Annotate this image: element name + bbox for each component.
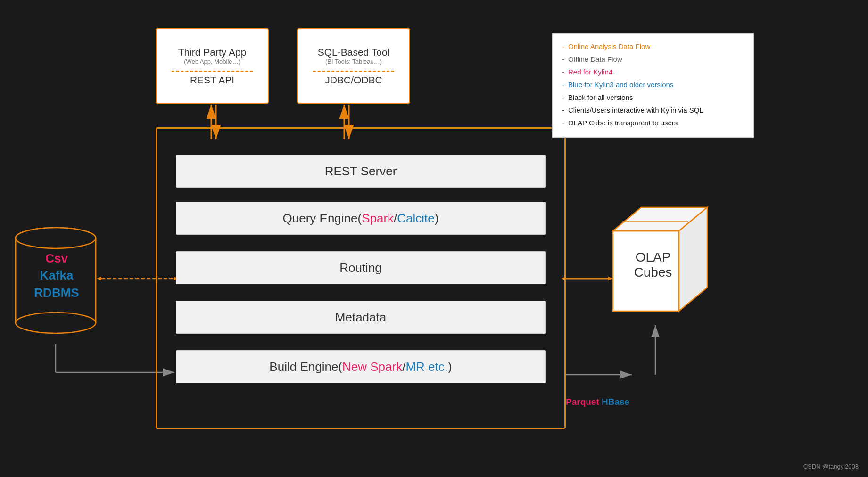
third-party-api: REST API <box>190 74 234 86</box>
new-spark-label: New Spark <box>342 360 402 374</box>
sql-tool-subtitle: (BI Tools: Tableau…) <box>325 58 382 65</box>
sql-tool-box: SQL-Based Tool (BI Tools: Tableau…) JDBC… <box>297 28 410 104</box>
storage-labels: Parquet HBase <box>566 397 629 407</box>
metadata-box: Metadata <box>176 301 546 334</box>
legend-box: - Online Analysis Data Flow - Offline Da… <box>552 33 754 138</box>
build-engine-label: Build Engine(New Spark/MR etc.) <box>269 360 452 374</box>
metadata-label: Metadata <box>335 310 386 325</box>
query-engine-label: Query Engine(Spark/Calcite) <box>283 211 439 226</box>
rdbms-label: RDBMS <box>26 284 87 301</box>
routing-box: Routing <box>176 251 546 284</box>
kafka-label: Kafka <box>26 267 87 284</box>
data-sources-container: Csv Kafka RDBMS <box>26 250 87 301</box>
parquet-label: Parquet <box>566 397 599 407</box>
legend-clients: - Clients/Users interactive with Kylin v… <box>562 106 744 114</box>
svg-marker-18 <box>608 277 613 280</box>
query-engine-box: Query Engine(Spark/Calcite) <box>176 202 546 235</box>
kylin-main-box: REST Server Query Engine(Spark/Calcite) … <box>156 127 566 429</box>
legend-black-all: - Black for all versions <box>562 93 744 101</box>
rest-server-box: REST Server <box>176 155 546 188</box>
watermark: CSDN @tangyi2008 <box>803 463 859 470</box>
svg-marker-33 <box>613 207 707 231</box>
svg-point-26 <box>16 228 96 248</box>
rest-server-label: REST Server <box>325 164 397 179</box>
svg-point-28 <box>16 313 96 333</box>
svg-point-29 <box>16 228 96 248</box>
third-party-app-box: Third Party App (Web App, Mobile…) REST … <box>156 28 269 104</box>
sql-tool-api: JDBC/ODBC <box>325 74 382 86</box>
svg-marker-20 <box>97 277 101 280</box>
mr-label: MR etc. <box>405 360 448 374</box>
olap-subtitle: Cubes <box>625 265 681 280</box>
olap-title: OLAP <box>625 250 681 265</box>
spark-label: Spark <box>362 211 394 225</box>
svg-marker-34 <box>679 207 707 311</box>
hbase-label: HBase <box>602 397 629 407</box>
legend-online-flow: - Online Analysis Data Flow <box>562 42 744 50</box>
routing-label: Routing <box>339 261 382 275</box>
legend-olap-transparent: - OLAP Cube is transparent to users <box>562 119 744 127</box>
legend-red-kylin4: - Red for Kylin4 <box>562 68 744 76</box>
third-party-title: Third Party App <box>178 47 247 58</box>
third-party-subtitle: (Web App, Mobile…) <box>184 58 240 65</box>
legend-blue-kylin3: - Blue for Kylin3 and older versions <box>562 81 744 89</box>
olap-cubes-label: OLAP Cubes <box>625 250 681 280</box>
csv-label: Csv <box>26 250 87 267</box>
build-engine-box: Build Engine(New Spark/MR etc.) <box>176 350 546 383</box>
sql-tool-title: SQL-Based Tool <box>318 47 390 58</box>
calcite-label: Calcite <box>397 211 434 225</box>
legend-offline-flow: - Offline Data Flow <box>562 55 744 63</box>
